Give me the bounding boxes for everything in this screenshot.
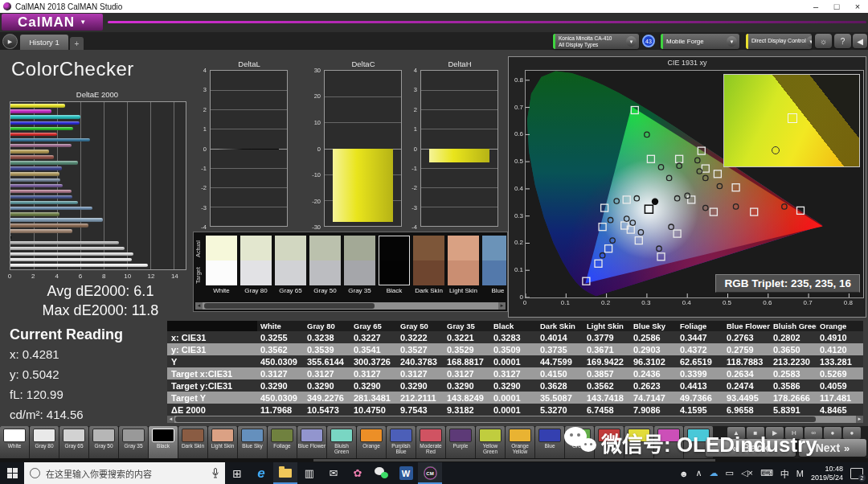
table-cell: 0.3290 bbox=[397, 381, 444, 391]
table-cell: 300.3726 bbox=[350, 357, 397, 367]
transport-button[interactable]: H bbox=[785, 427, 803, 439]
patch-tile-gray-80[interactable]: Gray 80 bbox=[30, 426, 59, 458]
patch-label: Foliage bbox=[273, 443, 290, 449]
patch-tile-orange[interactable]: Orange bbox=[357, 426, 386, 458]
tray-ime-lang-icon[interactable]: 中 bbox=[780, 467, 789, 480]
tray-hidden-icons-icon[interactable]: ∧ bbox=[696, 468, 702, 478]
taskbar-search[interactable]: 在这里输入你要搜索的内容 bbox=[24, 462, 225, 484]
tray-touch-keyboard-icon[interactable]: ⌨ bbox=[760, 468, 773, 478]
mail-icon: ✉ bbox=[330, 467, 338, 479]
table-cell: 0.3529 bbox=[444, 345, 490, 355]
tray-people-icon[interactable]: ☻ bbox=[679, 469, 689, 478]
transport-button[interactable]: ● bbox=[843, 427, 861, 439]
column-header: Blue Flower bbox=[723, 322, 770, 330]
taskbar-app-word[interactable]: W bbox=[394, 462, 418, 484]
patch-tile-moderate-red[interactable]: Moderate Red bbox=[416, 426, 445, 458]
minimize-button[interactable]: – bbox=[805, 0, 826, 13]
collapse-panel-button[interactable]: ◀ bbox=[853, 34, 867, 48]
source-selector[interactable]: Mobile Forge ▼ bbox=[661, 34, 739, 49]
row-header: x: CIE31 bbox=[167, 333, 257, 342]
table-cell: 133.281 bbox=[817, 357, 863, 367]
scrollbar-thumb[interactable] bbox=[175, 416, 816, 422]
taskbar-app-edge[interactable]: e bbox=[249, 462, 273, 484]
scrollbar-thumb[interactable] bbox=[313, 459, 715, 461]
table-cell: 7.9086 bbox=[630, 405, 677, 415]
swatch-scrollbar[interactable]: ◄ ► bbox=[195, 302, 506, 310]
y-tick-label: -10 bbox=[309, 171, 321, 178]
patch-color-chip bbox=[301, 429, 323, 442]
calman-logo-menu[interactable]: CalMAN ▼ bbox=[2, 14, 103, 31]
transport-button[interactable]: ▲ bbox=[727, 427, 745, 439]
swatch-actual bbox=[482, 236, 506, 260]
taskbar-app-mail[interactable]: ✉ bbox=[321, 462, 346, 484]
transport-button[interactable]: ▶ bbox=[766, 427, 784, 439]
meter-count-badge[interactable]: 43 bbox=[642, 35, 655, 47]
tab-history-1[interactable]: History 1 bbox=[20, 35, 68, 50]
transport-button[interactable]: ■ bbox=[747, 427, 764, 439]
next-button[interactable]: Next » bbox=[799, 439, 866, 457]
patch-tile-blue-sky[interactable]: Blue Sky bbox=[238, 426, 267, 458]
patch-tile-orange-yellow[interactable]: Orange Yellow bbox=[506, 426, 534, 458]
patch-tile-hidden[interactable] bbox=[654, 426, 683, 458]
play-button[interactable]: ▶ bbox=[2, 34, 18, 49]
tray-volume-muted-icon[interactable]: ◁× bbox=[741, 468, 753, 478]
back-button[interactable]: « Back bbox=[706, 439, 796, 457]
transport-button[interactable]: ● bbox=[824, 427, 841, 439]
patch-tile-purple[interactable]: Purple bbox=[446, 426, 475, 458]
meter-selector[interactable]: Konica Minolta CA-410 All Display Types … bbox=[553, 34, 639, 49]
patch-tile-hidden[interactable] bbox=[595, 426, 624, 458]
taskbar-clock[interactable]: 10:48 2019/5/24 bbox=[811, 465, 843, 482]
scroll-right-icon[interactable]: ► bbox=[856, 416, 863, 423]
taskbar-app-photos-app[interactable]: ✿ bbox=[346, 462, 370, 484]
x-tick-label: 0.7 bbox=[804, 299, 813, 306]
patch-tile-gray-35[interactable]: Gray 35 bbox=[119, 426, 148, 458]
deltae-bar bbox=[10, 195, 72, 199]
patch-tile-gray-50[interactable]: Gray 50 bbox=[89, 426, 118, 458]
maximize-button[interactable]: □ bbox=[826, 0, 847, 13]
settings-button[interactable]: ☼ bbox=[815, 34, 832, 48]
patch-tile-bluish-green[interactable]: Bluish Green bbox=[327, 426, 356, 458]
scroll-left-icon[interactable]: ◄ bbox=[195, 302, 203, 310]
patch-tile-blue-flower[interactable]: Blue Flower bbox=[297, 426, 326, 458]
transport-button[interactable]: ∞ bbox=[805, 427, 822, 439]
patch-tile-hidden[interactable] bbox=[624, 426, 653, 458]
taskbar-app-store[interactable]: ▥ bbox=[297, 462, 321, 484]
patch-tile-yellow-green[interactable]: Yellow Green bbox=[476, 426, 505, 458]
x-tick-label: 0.8 bbox=[844, 299, 853, 306]
taskbar-app-task-view[interactable]: ⊞ bbox=[225, 462, 249, 484]
taskbar-app-file-explorer[interactable] bbox=[273, 462, 297, 484]
deltae-bar bbox=[10, 133, 57, 137]
y-tick-label: 2 bbox=[194, 106, 207, 113]
patch-tile-dark-skin[interactable]: Dark Skin bbox=[178, 426, 207, 458]
patch-tile-light-skin[interactable]: Light Skin bbox=[208, 426, 237, 458]
taskbar-app-wechat[interactable] bbox=[370, 462, 394, 484]
notification-center-icon[interactable]: 2 bbox=[850, 468, 863, 479]
taskbar-app-calman[interactable]: CM bbox=[418, 462, 442, 484]
scroll-left-icon[interactable]: ◄ bbox=[167, 416, 174, 423]
table-header-row: WhiteGray 80Gray 65Gray 50Gray 35BlackDa… bbox=[167, 321, 863, 331]
patch-tile-white[interactable]: White bbox=[0, 426, 29, 458]
patch-tile-blue[interactable]: Blue bbox=[535, 426, 564, 458]
tray-onedrive-icon[interactable]: ☁ bbox=[710, 468, 719, 478]
scrollbar-thumb[interactable] bbox=[204, 303, 375, 309]
table-cell: 0.3290 bbox=[304, 381, 350, 391]
help-button[interactable]: ? bbox=[834, 34, 851, 48]
patch-tile-gray-65[interactable]: Gray 65 bbox=[59, 426, 88, 458]
table-scrollbar[interactable]: ◄ ► bbox=[167, 416, 863, 423]
start-button[interactable] bbox=[0, 462, 24, 484]
close-button[interactable]: × bbox=[847, 0, 868, 13]
scroll-right-icon[interactable]: ► bbox=[498, 302, 506, 310]
patch-tile-green[interactable]: Green bbox=[565, 426, 594, 458]
patch-tile-black[interactable]: Black bbox=[149, 426, 178, 458]
patch-color-chip bbox=[390, 429, 412, 442]
column-header: Foliage bbox=[677, 322, 723, 330]
display-control-selector[interactable]: Direct Display Control ▼ bbox=[746, 34, 812, 49]
patch-tile-foliage[interactable]: Foliage bbox=[268, 426, 297, 458]
patch-tile-purplish-blue[interactable]: Purplish Blue bbox=[387, 426, 416, 458]
deltae-bar bbox=[10, 229, 72, 233]
table-cell: 213.2230 bbox=[770, 357, 817, 367]
tray-ime-mode-icon[interactable]: M bbox=[796, 469, 804, 478]
tray-battery-icon[interactable]: ▭ bbox=[726, 468, 734, 478]
chevron-down-icon: ▼ bbox=[806, 36, 812, 47]
add-tab-button[interactable]: + bbox=[70, 37, 84, 50]
